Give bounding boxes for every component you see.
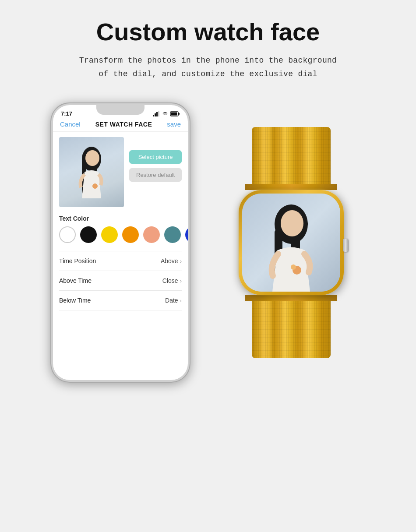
above-time-label: Above Time: [59, 277, 92, 284]
save-button[interactable]: save: [167, 120, 181, 128]
preview-person: [59, 137, 124, 207]
status-time: 7:17: [61, 110, 72, 117]
watch-screen: [242, 194, 340, 292]
color-swatch-orange[interactable]: [122, 226, 139, 243]
color-swatch-blue[interactable]: [185, 226, 188, 243]
phone-content: Select picture Restore default Text Colo…: [53, 132, 188, 380]
svg-point-10: [85, 150, 99, 166]
band-connector-bottom: [245, 295, 337, 301]
select-picture-button[interactable]: Select picture: [129, 150, 182, 164]
app-header: Cancel SET WATCH FACE save: [53, 119, 188, 132]
color-swatch-teal[interactable]: [164, 226, 181, 243]
svg-point-16: [281, 210, 303, 236]
settings-row-below-time[interactable]: Below Time Date ›: [59, 291, 182, 310]
page-subtitle: Transform the photos in the phone into t…: [79, 54, 337, 81]
below-time-value: Date ›: [165, 297, 182, 304]
below-time-text: Date: [165, 297, 178, 304]
battery-icon: [170, 111, 180, 116]
color-swatches: [59, 226, 182, 243]
band-lines-top: [252, 127, 331, 184]
time-position-value: Above ›: [161, 257, 182, 264]
watch-case: [239, 190, 344, 295]
watch-band-bottom: [252, 301, 331, 358]
preview-buttons: Select picture Restore default: [129, 137, 182, 207]
svg-rect-3: [158, 111, 159, 116]
svg-point-11: [92, 183, 98, 189]
above-time-text: Close: [162, 277, 178, 284]
settings-row-above-time[interactable]: Above Time Close ›: [59, 271, 182, 291]
devices-row: 7:17: [13, 102, 403, 383]
band-connector-top: [245, 184, 337, 190]
svg-rect-6: [171, 112, 177, 115]
color-swatch-yellow[interactable]: [101, 226, 118, 243]
settings-row-time-position[interactable]: Time Position Above ›: [59, 251, 182, 271]
color-swatch-black[interactable]: [80, 226, 97, 243]
watch-band-top: [252, 127, 331, 184]
svg-point-18: [291, 264, 296, 270]
time-position-label: Time Position: [59, 257, 96, 264]
phone-notch: [96, 105, 145, 115]
below-time-label: Below Time: [59, 297, 91, 304]
wifi-icon: [162, 111, 169, 116]
page-title: Custom watch face: [96, 18, 320, 46]
watch-screen-person: [242, 194, 340, 292]
watch-face-preview: [59, 137, 124, 207]
restore-default-button[interactable]: Restore default: [129, 168, 182, 182]
above-time-value: Close ›: [162, 277, 182, 284]
time-position-chevron: ›: [180, 258, 182, 264]
status-icons: [153, 111, 180, 116]
svg-rect-0: [153, 115, 154, 116]
svg-rect-5: [178, 113, 180, 115]
header-title: SET WATCH FACE: [95, 121, 152, 128]
svg-rect-2: [156, 112, 158, 116]
settings-list: Time Position Above › Above Time Close ›: [59, 251, 182, 310]
signal-icon: [153, 111, 160, 116]
below-time-chevron: ›: [180, 297, 182, 304]
cancel-button[interactable]: Cancel: [60, 120, 81, 128]
band-lines-bottom: [252, 301, 331, 358]
watch-crown-button[interactable]: [343, 239, 348, 252]
phone-device: 7:17: [50, 102, 190, 383]
text-color-label: Text Color: [59, 215, 182, 222]
watch-preview-area: Select picture Restore default: [59, 137, 182, 207]
svg-rect-1: [155, 113, 156, 116]
smartwatch-device: [217, 127, 366, 358]
color-swatch-white[interactable]: [59, 226, 76, 243]
time-position-text: Above: [161, 257, 178, 264]
color-swatch-salmon[interactable]: [143, 226, 160, 243]
above-time-chevron: ›: [180, 278, 182, 284]
phone-screen: 7:17: [53, 105, 188, 380]
